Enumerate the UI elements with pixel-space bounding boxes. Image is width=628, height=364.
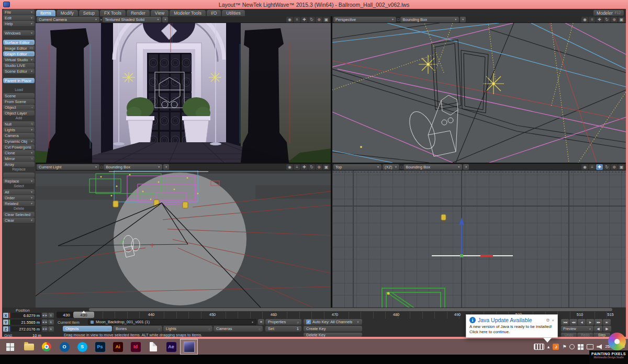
sidebar-item-clear-selected[interactable]: Clear Selected xyxy=(3,212,35,217)
photoshop-icon[interactable]: Ps xyxy=(91,339,109,355)
java-update-notification[interactable]: i Java Update Available ⚙ × A new versio… xyxy=(466,314,558,338)
list-icon[interactable]: ≡ xyxy=(589,17,596,22)
tab-modeler-tools[interactable]: Modeler Tools xyxy=(170,10,206,16)
camera-icon[interactable]: ◉ xyxy=(581,164,588,170)
view-type-dropdown[interactable]: Top▼ xyxy=(333,164,382,170)
create-key-button[interactable]: Create Key xyxy=(304,326,362,332)
camera-icon[interactable]: ◉ xyxy=(286,164,293,170)
camera-viewport-canvas[interactable] xyxy=(36,23,331,163)
viewport-divider-horizontal[interactable] xyxy=(36,163,626,164)
render-mode-dropdown[interactable]: Bounding Box▼ xyxy=(400,17,459,22)
window-titlebar[interactable]: Layout™ NewTek LightWave™ 2015.3 (Win64)… xyxy=(0,0,628,9)
maximize-icon[interactable]: ▣ xyxy=(618,164,625,170)
sidebar-item-graph-editor[interactable]: Graph EditorF2 xyxy=(3,51,35,56)
camera-icon[interactable]: ◉ xyxy=(581,17,588,22)
axis-stepper[interactable]: ◄► xyxy=(42,320,48,325)
sidebar-item-file[interactable]: File▼ xyxy=(3,9,35,15)
axis-value-z[interactable]: 272.0176 m xyxy=(11,326,41,332)
prev-frame-button[interactable]: ◀| xyxy=(578,319,586,325)
network-icon[interactable] xyxy=(569,344,575,349)
tab-items[interactable]: Items xyxy=(36,10,55,16)
axis-dropdown[interactable]: (XZ)▼ xyxy=(383,164,399,170)
sidebar-item-image-editor[interactable]: Image EditorF6 xyxy=(3,46,35,51)
sidebar-item-blank[interactable] xyxy=(3,173,35,178)
extra-dropdown-button[interactable]: ▼ xyxy=(463,164,469,170)
envelope-button[interactable]: E xyxy=(48,320,54,325)
tab-utilities[interactable]: Utilities xyxy=(222,10,244,16)
maximize-icon[interactable]: ▣ xyxy=(323,164,330,170)
delete-key-button[interactable]: Delete Key xyxy=(304,333,362,337)
preview-dropdown[interactable]: Preview ▼ xyxy=(561,326,593,332)
sidebar-item-from-scene[interactable]: From Scene xyxy=(3,99,35,104)
sidebar-item-replace[interactable]: Replace▼ xyxy=(3,178,35,184)
modeler-button[interactable]: Modeler F12 xyxy=(593,10,624,16)
axis-stepper[interactable]: ◄► xyxy=(42,313,48,318)
pan-icon[interactable]: ✚ xyxy=(301,17,308,22)
zoom-icon[interactable]: ⊕ xyxy=(316,17,322,22)
sidebar-item-object-layer[interactable]: Object Layer xyxy=(3,110,35,116)
orbit-icon[interactable]: ↻ xyxy=(308,17,315,22)
tab-view[interactable]: View xyxy=(151,10,169,16)
java-popup-line2[interactable]: Click here to continue. xyxy=(469,329,554,335)
sidebar-item-studio-live[interactable]: Studio LIVE xyxy=(3,63,35,68)
document-icon[interactable] xyxy=(144,339,162,355)
envelope-button[interactable]: E xyxy=(48,313,54,318)
pan-icon[interactable]: ✚ xyxy=(301,164,308,170)
timeline-scrollbar[interactable] xyxy=(89,308,612,311)
tab-setup[interactable]: Setup xyxy=(79,10,99,16)
axis-value-x[interactable]: 6.6279 m xyxy=(11,313,41,318)
render-mode-dropdown[interactable]: Bounding Box▼ xyxy=(403,164,462,170)
close-icon[interactable]: × xyxy=(552,318,554,323)
prev-keyframe-button[interactable]: ◀◀ xyxy=(569,319,577,325)
tab-i-o[interactable]: I/O xyxy=(207,10,221,16)
view-type-dropdown[interactable]: Current Camera▼ xyxy=(37,17,99,22)
zoom-icon[interactable]: ⊕ xyxy=(316,164,322,170)
sidebar-item-related[interactable]: Related▼ xyxy=(3,201,35,206)
extra-dropdown-button[interactable]: ▼ xyxy=(460,17,466,22)
next-frame-button[interactable]: |▶ xyxy=(586,319,594,325)
category-bones[interactable]: Bones◁ xyxy=(113,326,162,332)
java-tray-icon[interactable]: J xyxy=(553,344,559,350)
render-mode-dropdown[interactable]: Bounding Box▼ xyxy=(104,164,162,170)
view-type-dropdown[interactable]: Current Light▼ xyxy=(37,164,99,170)
zoom-icon[interactable]: ⊕ xyxy=(611,17,618,22)
sidebar-item-clone[interactable]: Clone▼ xyxy=(3,150,35,155)
maximize-icon[interactable]: ▣ xyxy=(618,17,625,22)
extra-dropdown-button[interactable]: ▼ xyxy=(163,164,169,170)
render-mode-checkbox[interactable]: □ xyxy=(397,18,399,21)
undo-button[interactable]: Undo xyxy=(561,333,577,337)
category-lights[interactable]: Lights◁ xyxy=(163,326,212,332)
sidebar-item-camera[interactable]: Camera xyxy=(3,133,35,138)
sidebar-item-lights[interactable]: Lights▼ xyxy=(3,127,35,132)
sidebar-item-parent-in-place[interactable]: Parent in Place xyxy=(3,78,35,83)
orbit-icon[interactable]: ↻ xyxy=(308,164,315,170)
auto-key-checkbox[interactable]: ✓ xyxy=(306,320,311,324)
render-mode-checkbox[interactable]: ▪ xyxy=(100,18,102,21)
sidebar-item-clear[interactable]: Clear▼ xyxy=(3,218,35,223)
sidebar-item-object[interactable]: Object+ xyxy=(3,105,35,110)
windows-tray-icon[interactable] xyxy=(578,344,584,350)
top-viewport-canvas[interactable] xyxy=(332,170,626,308)
light-viewport-canvas[interactable] xyxy=(36,170,331,308)
zoom-icon[interactable]: ⊕ xyxy=(611,164,618,170)
tab-modify[interactable]: Modify xyxy=(57,10,78,16)
chrome-icon[interactable] xyxy=(38,339,55,355)
file-explorer-icon[interactable] xyxy=(20,339,38,355)
render-mode-checkbox[interactable]: □ xyxy=(100,165,103,169)
properties-button[interactable]: Properties p xyxy=(265,319,301,325)
sidebar-item-null[interactable]: NullN xyxy=(3,121,35,127)
category-objects[interactable]: Objects◁ xyxy=(63,326,112,332)
tab-fx-tools[interactable]: FX Tools xyxy=(100,10,126,16)
sidebar-item-virtual-studio[interactable]: Virtual Studio▼ xyxy=(3,57,35,62)
tab-render[interactable]: Render xyxy=(127,10,150,16)
settings-icon[interactable]: ⚙ xyxy=(546,318,550,323)
camera-icon[interactable]: ◉ xyxy=(286,17,293,22)
preview-forward-button[interactable]: ▶ xyxy=(603,326,611,332)
perspective-viewport-canvas[interactable] xyxy=(332,23,626,163)
sidebar-item-mirror[interactable]: MirrorV xyxy=(3,156,35,161)
sidebar-item-scene[interactable]: Scene xyxy=(3,93,35,98)
list-icon[interactable]: ≡ xyxy=(294,164,300,170)
start-button[interactable] xyxy=(0,339,20,355)
orbit-icon[interactable]: ↻ xyxy=(603,17,610,22)
skype-icon[interactable]: S xyxy=(73,339,91,355)
